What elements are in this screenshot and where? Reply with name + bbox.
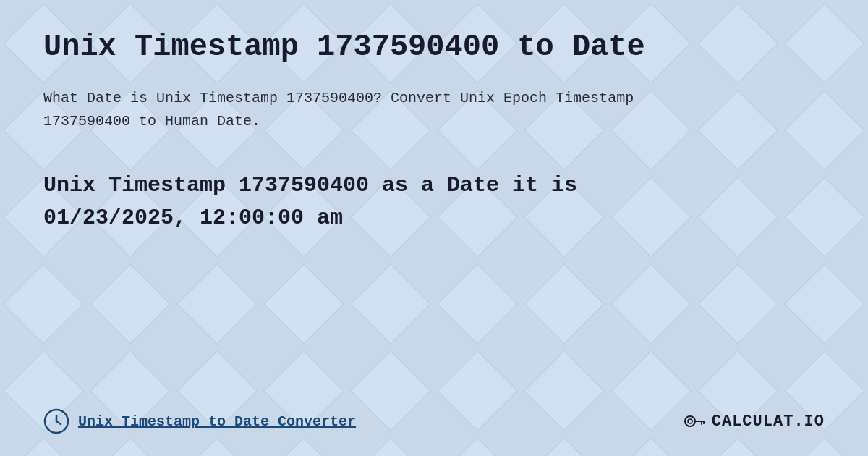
page-title: Unix Timestamp 1737590400 to Date	[43, 29, 825, 65]
result-section: Unix Timestamp 1737590400 as a Date it i…	[43, 169, 825, 235]
logo-area[interactable]: CALCULAT.IO	[683, 410, 825, 433]
result-text: Unix Timestamp 1737590400 as a Date it i…	[43, 169, 731, 235]
clock-icon	[43, 408, 69, 434]
footer-link[interactable]: Unix Timestamp to Date Converter	[78, 413, 356, 430]
logo-text: CALCULAT.IO	[712, 413, 825, 431]
footer: Unix Timestamp to Date Converter CALCULA…	[43, 408, 825, 434]
logo-icon	[683, 410, 706, 433]
svg-line-5	[56, 421, 61, 424]
footer-left[interactable]: Unix Timestamp to Date Converter	[43, 408, 356, 434]
svg-point-6	[685, 416, 695, 426]
page-description: What Date is Unix Timestamp 1737590400? …	[43, 87, 694, 133]
svg-point-7	[688, 419, 692, 423]
